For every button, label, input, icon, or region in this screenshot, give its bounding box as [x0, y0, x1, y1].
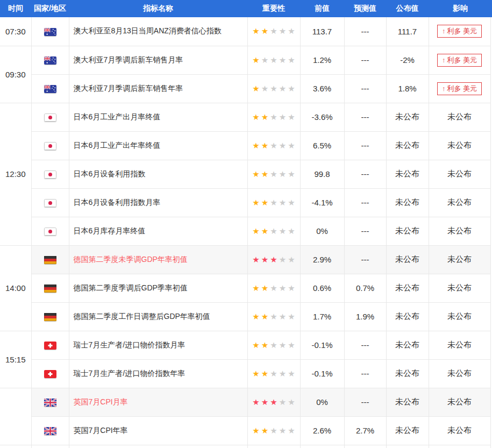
- star-empty-icon: ★: [270, 55, 277, 65]
- impact-cell: 未公布: [429, 160, 490, 188]
- star-empty-icon: ★: [288, 226, 295, 236]
- table-row[interactable]: 14:00德国第二季度未季调GDP年率初值★★★★★2.9%---未公布未公布: [0, 245, 490, 274]
- star-empty-icon: ★: [261, 84, 268, 93]
- impact-cell: 未公布: [429, 302, 490, 331]
- previous-value: -3.6%: [300, 103, 344, 131]
- header-previous: 前值: [300, 4, 344, 13]
- star-empty-icon: ★: [270, 312, 277, 321]
- table-header: 时间 国家/地区 指标名称 重要性 前值 预测值 公布值 影响: [0, 0, 492, 17]
- header-forecast: 预测值: [344, 4, 386, 13]
- star-empty-icon: ★: [270, 340, 277, 350]
- empty-cell: [429, 445, 490, 448]
- star-empty-icon: ★: [279, 255, 286, 264]
- indicator-name[interactable]: 澳大利亚7月季调后新车销售年率: [69, 74, 247, 103]
- star-empty-icon: ★: [270, 169, 277, 179]
- indicator-name[interactable]: 日本6月工业产出月率终值: [69, 103, 247, 131]
- importance-stars: ★★★★★: [247, 359, 300, 388]
- importance-stars: ★★★★★: [247, 388, 300, 416]
- star-filled-icon: ★: [252, 55, 259, 65]
- star-filled-icon: ★: [252, 255, 259, 264]
- star-filled-icon: ★: [261, 169, 268, 179]
- forecast-value: ---: [344, 217, 386, 245]
- table-row[interactable]: 英国7月CPI月率★★★★★0%---未公布未公布: [0, 388, 490, 416]
- star-filled-icon: ★: [261, 226, 268, 236]
- table-row-partial: [0, 445, 490, 448]
- star-filled-icon: ★: [252, 226, 259, 236]
- star-empty-icon: ★: [279, 141, 286, 150]
- indicator-name[interactable]: 澳大利亚7月季调后新车销售月率: [69, 46, 247, 74]
- star-empty-icon: ★: [270, 369, 277, 378]
- star-empty-icon: ★: [270, 26, 277, 35]
- flag-japan-icon: [44, 113, 56, 122]
- star-empty-icon: ★: [288, 426, 295, 435]
- star-empty-icon: ★: [279, 226, 286, 236]
- table-row[interactable]: 日本6月设备利用指数月率★★★★★-4.1%---未公布未公布: [0, 188, 490, 217]
- star-filled-icon: ★: [261, 369, 268, 378]
- indicator-name[interactable]: 日本6月工业产出年率终值: [69, 131, 247, 160]
- table-row[interactable]: 德国第二季度工作日调整后GDP年率初值★★★★★1.7%1.9%未公布未公布: [0, 302, 490, 331]
- empty-cell: [0, 445, 31, 448]
- star-empty-icon: ★: [279, 112, 286, 122]
- country-cell: [31, 160, 69, 188]
- impact-cell: 未公布: [429, 217, 490, 245]
- indicator-name[interactable]: 日本6月设备利用指数月率: [69, 188, 247, 217]
- country-cell: [31, 103, 69, 131]
- indicator-name[interactable]: 澳大利亚至8月13日当周ANZ消费者信心指数: [69, 17, 247, 46]
- star-empty-icon: ★: [279, 312, 286, 321]
- actual-value: 未公布: [386, 103, 429, 131]
- table-row[interactable]: 07:30澳大利亚至8月13日当周ANZ消费者信心指数★★★★★113.7---…: [0, 17, 490, 46]
- forecast-value: 1.9%: [344, 302, 386, 331]
- table-row[interactable]: 日本6月工业产出年率终值★★★★★6.5%---未公布未公布: [0, 131, 490, 160]
- star-empty-icon: ★: [279, 426, 286, 435]
- table-row[interactable]: 12:30日本6月工业产出月率终值★★★★★-3.6%---未公布未公布: [0, 103, 490, 131]
- previous-value: 2.9%: [300, 245, 344, 274]
- previous-value: 99.8: [300, 160, 344, 188]
- forecast-value: ---: [344, 17, 386, 46]
- previous-value: 1.2%: [300, 46, 344, 74]
- country-cell: [31, 17, 69, 46]
- indicator-name[interactable]: 英国7月CPI年率: [69, 416, 247, 445]
- star-empty-icon: ★: [279, 340, 286, 350]
- actual-value: 未公布: [386, 302, 429, 331]
- importance-stars: ★★★★★: [247, 103, 300, 131]
- table-row[interactable]: 日本6月库存月率终值★★★★★0%---未公布未公布: [0, 217, 490, 245]
- previous-value: 2.6%: [300, 416, 344, 445]
- table-row[interactable]: 15:15瑞士7月生产者/进口物价指数月率★★★★★-0.1%---未公布未公布: [0, 331, 490, 359]
- economic-calendar-page: 时间 国家/地区 指标名称 重要性 前值 预测值 公布值 影响 07:30澳大利…: [0, 0, 492, 448]
- star-filled-icon: ★: [261, 426, 268, 435]
- actual-value: 1.8%: [386, 74, 429, 103]
- previous-value: 3.6%: [300, 74, 344, 103]
- table-row[interactable]: 09:30澳大利亚7月季调后新车销售月率★★★★★1.2%----2%↑利多 美…: [0, 46, 490, 74]
- actual-value: 未公布: [386, 359, 429, 388]
- actual-value: 111.7: [386, 17, 429, 46]
- indicator-name[interactable]: 瑞士7月生产者/进口物价指数月率: [69, 331, 247, 359]
- country-cell: [31, 388, 69, 416]
- indicator-name[interactable]: 德国第二季度季调后GDP季率初值: [69, 274, 247, 302]
- star-empty-icon: ★: [270, 283, 277, 293]
- star-filled-icon: ★: [252, 369, 259, 378]
- star-filled-icon: ★: [270, 397, 277, 407]
- importance-stars: ★★★★★: [247, 74, 300, 103]
- star-filled-icon: ★: [252, 340, 259, 350]
- indicator-name[interactable]: 英国7月CPI月率: [69, 388, 247, 416]
- star-empty-icon: ★: [288, 112, 295, 122]
- table-row[interactable]: 德国第二季度季调后GDP季率初值★★★★★0.6%0.7%未公布未公布: [0, 274, 490, 302]
- star-empty-icon: ★: [288, 340, 295, 350]
- star-empty-icon: ★: [279, 198, 286, 207]
- table-row[interactable]: 英国7月CPI年率★★★★★2.6%2.7%未公布未公布: [0, 416, 490, 445]
- star-empty-icon: ★: [261, 55, 268, 65]
- indicator-name[interactable]: 日本6月库存月率终值: [69, 217, 247, 245]
- indicator-name[interactable]: 德国第二季度工作日调整后GDP年率初值: [69, 302, 247, 331]
- table-row[interactable]: 瑞士7月生产者/进口物价指数年率★★★★★-0.1%---未公布未公布: [0, 359, 490, 388]
- star-empty-icon: ★: [270, 226, 277, 236]
- star-empty-icon: ★: [279, 369, 286, 378]
- table-row[interactable]: 日本6月设备利用指数★★★★★99.8---未公布未公布: [0, 160, 490, 188]
- indicator-name[interactable]: 日本6月设备利用指数: [69, 160, 247, 188]
- indicator-name[interactable]: 德国第二季度未季调GDP年率初值: [69, 245, 247, 274]
- header-importance: 重要性: [247, 4, 300, 13]
- indicator-name[interactable]: 瑞士7月生产者/进口物价指数年率: [69, 359, 247, 388]
- table-row[interactable]: 澳大利亚7月季调后新车销售年率★★★★★3.6%---1.8%↑利多 美元: [0, 74, 490, 103]
- flag-uk-icon: [44, 427, 56, 435]
- star-empty-icon: ★: [279, 55, 286, 65]
- country-cell: [31, 359, 69, 388]
